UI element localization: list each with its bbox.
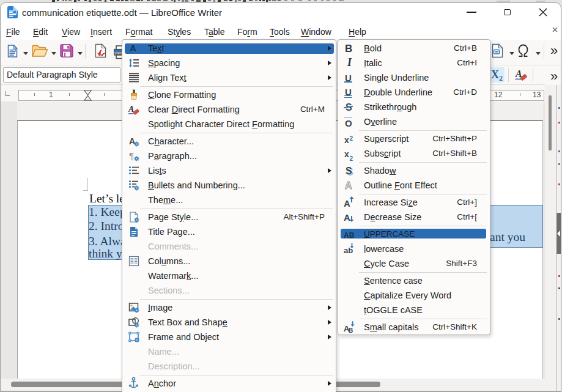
- svg-text:A: A: [129, 136, 135, 146]
- svg-text:¶: ¶: [129, 150, 134, 161]
